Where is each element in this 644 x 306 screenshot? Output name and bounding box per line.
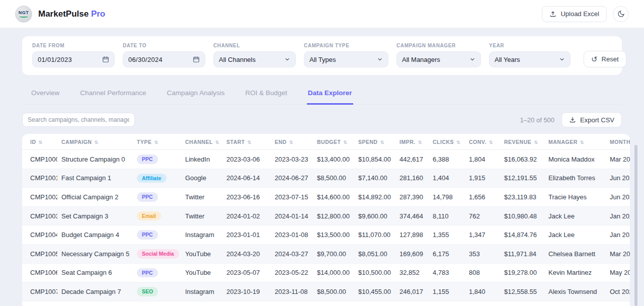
table-header: ID⇅ CAMPAIGN⇅ TYPE⇅ CHANNEL⇅ START⇅ END⇅… <box>22 134 630 150</box>
tab-channel-performance[interactable]: Channel Performance <box>79 85 147 104</box>
app-header: NGT MarketPulse Pro Upload Excel <box>0 0 644 28</box>
date-from-label: DATE FROM <box>32 43 115 48</box>
calendar-icon[interactable] <box>193 56 200 63</box>
app-title-accent: Pro <box>91 9 105 19</box>
cell-manager: Jack Lee <box>544 206 606 225</box>
column-header-budget[interactable]: BUDGET⇅ <box>313 134 354 150</box>
cell-end: 2023-05-22 <box>271 263 313 282</box>
cell-id: CMP1002 <box>22 188 57 207</box>
column-header-clicks[interactable]: CLICKS⇅ <box>429 134 465 150</box>
column-header-impr[interactable]: IMPR.⇅ <box>395 134 429 150</box>
cell-month: May 2023 <box>606 263 630 282</box>
cell-campaign: Official Campaign 2 <box>57 188 133 207</box>
cell-channel: Twitter <box>181 188 222 207</box>
cell-revenue: $23,119.83 <box>500 188 544 207</box>
cell-month: Jan 2023 <box>606 301 630 306</box>
sort-icon: ⇅ <box>39 140 43 145</box>
search-input[interactable] <box>28 116 129 123</box>
tab-campaign-analysis[interactable]: Campaign Analysis <box>166 85 226 104</box>
cell-channel: YouTube <box>181 244 222 263</box>
cell-impr: 428,900 <box>395 301 429 306</box>
cell-manager: Alexis Townsend <box>544 282 606 301</box>
type-badge: Social Media <box>137 249 179 259</box>
calendar-icon[interactable] <box>102 56 109 63</box>
column-header-start[interactable]: START⇅ <box>222 134 271 150</box>
cell-start: 2023-01-01 <box>222 225 271 245</box>
cell-spend: $8,787.00 <box>354 301 395 306</box>
cell-budget: $14,000.00 <box>313 263 354 282</box>
cell-start: 2023-10-19 <box>222 282 271 301</box>
export-csv-button[interactable]: Export CSV <box>561 112 622 127</box>
cell-channel: LinkedIn <box>181 150 222 169</box>
tab-data-explorer[interactable]: Data Explorer <box>307 85 353 105</box>
tab-overview[interactable]: Overview <box>30 85 60 104</box>
search-field[interactable] <box>22 113 135 127</box>
column-header-channel[interactable]: CHANNEL⇅ <box>181 134 222 150</box>
cell-clicks: 4,783 <box>429 263 465 282</box>
sort-icon: ⇅ <box>248 140 252 145</box>
column-header-month[interactable]: MONTH⇅ <box>606 134 630 150</box>
date-to-field[interactable] <box>123 51 205 67</box>
column-header-end[interactable]: END⇅ <box>271 134 313 150</box>
column-header-id[interactable]: ID⇅ <box>22 134 57 150</box>
cell-spend: $10,854.00 <box>354 150 395 169</box>
cell-conv: 1,804 <box>465 150 500 169</box>
cell-channel: Google <box>181 169 222 188</box>
cell-type: PPC <box>133 150 181 169</box>
column-header-campaign[interactable]: CAMPAIGN⇅ <box>57 134 133 150</box>
table-row: CMP1007Decade Campaign 7SEOInstagram2023… <box>22 282 630 301</box>
cell-month: Jan 2023 <box>606 225 630 245</box>
cell-type: Email <box>133 206 181 225</box>
logo-text: NGT <box>19 11 29 15</box>
column-header-revenue[interactable]: REVENUE⇅ <box>500 134 544 150</box>
column-header-spend[interactable]: SPEND⇅ <box>354 134 395 150</box>
cell-impr: 32,852 <box>395 263 429 282</box>
cell-type: Affiliate <box>133 169 181 188</box>
channel-select[interactable]: All Channels <box>213 51 296 67</box>
cell-clicks: 1,155 <box>429 282 465 301</box>
column-header-conv[interactable]: CONV.⇅ <box>465 134 500 150</box>
cell-spend: $7,140.00 <box>354 169 395 188</box>
filter-campaign-manager: CAMPAIGN MANAGER All Managers <box>396 43 481 67</box>
table-row: CMP1000Structure Campaign 0PPCLinkedIn20… <box>22 150 630 169</box>
reset-button[interactable]: ↺ Reset <box>584 51 626 67</box>
column-header-manager[interactable]: MANAGER⇅ <box>544 134 606 150</box>
cell-conv: 1,656 <box>465 188 500 207</box>
date-from-input[interactable] <box>38 56 98 63</box>
cell-start: 2024-06-14 <box>222 169 271 188</box>
campaign-manager-select[interactable]: All Managers <box>396 51 481 67</box>
cell-id: CMP1006 <box>22 263 57 282</box>
cell-clicks: 1,355 <box>429 225 465 245</box>
campaign-type-select[interactable]: All Types <box>304 51 388 67</box>
cell-campaign: Set Campaign 3 <box>57 206 133 225</box>
cell-campaign: Structure Campaign 0 <box>57 150 133 169</box>
cell-id: CMP1001 <box>22 169 57 188</box>
scrollbar-thumb[interactable] <box>634 145 637 306</box>
cell-end: 2024-01-14 <box>271 206 313 225</box>
reset-label: Reset <box>602 55 619 63</box>
channel-label: CHANNEL <box>213 43 296 48</box>
sort-icon: ⇅ <box>534 140 538 145</box>
cell-conv: 808 <box>465 263 500 282</box>
data-table: ID⇅ CAMPAIGN⇅ TYPE⇅ CHANNEL⇅ START⇅ END⇅… <box>22 134 630 306</box>
tab-roi-budget[interactable]: ROI & Budget <box>244 85 288 104</box>
cell-type: SEO <box>133 282 181 301</box>
dark-mode-toggle[interactable] <box>613 6 629 22</box>
table-row: CMP1003Set Campaign 3EmailTwitter2024-01… <box>22 206 630 225</box>
cell-clicks: 1,483 <box>429 301 465 306</box>
cell-impr: 442,617 <box>395 150 429 169</box>
type-badge: SEO <box>137 287 158 296</box>
table-body: CMP1000Structure Campaign 0PPCLinkedIn20… <box>22 150 630 306</box>
cell-id: CMP1004 <box>22 225 57 245</box>
upload-excel-button[interactable]: Upload Excel <box>542 6 607 22</box>
cell-campaign: Budget Campaign 4 <box>57 225 133 245</box>
date-from-field[interactable] <box>32 51 115 67</box>
year-select[interactable]: All Years <box>489 51 571 67</box>
column-header-type[interactable]: TYPE⇅ <box>133 134 181 150</box>
cell-channel: Twitter <box>181 206 222 225</box>
cell-revenue: $10,980.48 <box>500 206 544 225</box>
campaign-manager-select-value: All Managers <box>402 56 440 63</box>
date-to-input[interactable] <box>128 56 189 63</box>
table-toolbar: 1–20 of 500 Export CSV <box>22 112 622 127</box>
cell-month: Oct 2023 <box>606 282 630 301</box>
